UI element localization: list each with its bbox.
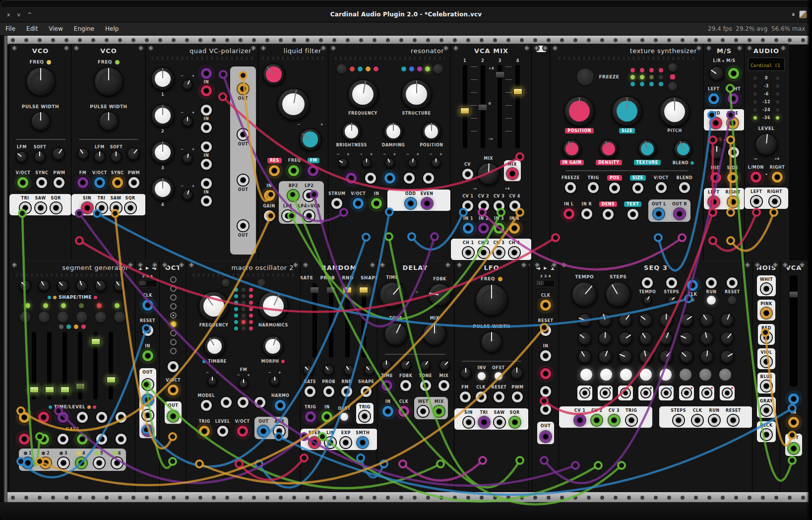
port[interactable]: [706, 277, 717, 288]
v-oct-port[interactable]: [656, 182, 667, 193]
rnd-port[interactable]: [341, 386, 352, 397]
port[interactable]: [201, 159, 212, 170]
knob[interactable]: [510, 367, 523, 380]
slider[interactable]: [790, 275, 798, 387]
out-r-port[interactable]: [674, 208, 685, 219]
knob[interactable]: [598, 313, 612, 327]
knob[interactable]: [77, 148, 89, 160]
l-mon-port[interactable]: [750, 172, 761, 183]
left-port[interactable]: [708, 93, 719, 104]
slider-handle[interactable]: [29, 387, 39, 393]
gate-port-8[interactable]: [723, 389, 732, 397]
port[interactable]: [201, 122, 212, 133]
button[interactable]: [20, 312, 31, 323]
tone-knob[interactable]: [384, 322, 408, 346]
bp2-port[interactable]: [288, 190, 299, 201]
fm-knob[interactable]: [299, 128, 322, 151]
sync-port[interactable]: [112, 177, 123, 188]
rate-port[interactable]: [305, 386, 315, 397]
soft-knob[interactable]: [110, 151, 122, 163]
in-port[interactable]: [371, 198, 382, 209]
wet-port[interactable]: [418, 406, 429, 417]
slider[interactable]: [515, 65, 520, 148]
in-1-port[interactable]: [463, 223, 474, 234]
model-port[interactable]: [201, 400, 212, 411]
knob[interactable]: [598, 331, 612, 345]
knob[interactable]: [571, 281, 597, 307]
port[interactable]: [238, 397, 249, 408]
sin-port[interactable]: [463, 417, 474, 428]
button[interactable]: [95, 312, 106, 323]
soft-knob[interactable]: [34, 151, 46, 163]
pulse-width-knob[interactable]: [31, 111, 51, 131]
port[interactable]: [540, 368, 551, 379]
octave-step-2[interactable]: [170, 285, 177, 292]
slider[interactable]: [329, 283, 333, 358]
knob[interactable]: [52, 147, 65, 160]
density-knob[interactable]: [599, 139, 618, 158]
port[interactable]: [142, 425, 153, 436]
position-knob[interactable]: [422, 122, 441, 141]
cv-4-port[interactable]: [509, 200, 520, 211]
steps-port[interactable]: [673, 415, 684, 426]
slider-handle[interactable]: [513, 88, 522, 95]
dens-port[interactable]: [603, 209, 614, 220]
knob[interactable]: [619, 331, 632, 345]
fdbk-port[interactable]: [400, 380, 411, 391]
slider-handle[interactable]: [91, 338, 100, 345]
slider[interactable]: [345, 283, 350, 358]
port[interactable]: [168, 385, 179, 395]
knob[interactable]: [619, 313, 632, 327]
harmonics-knob[interactable]: [258, 291, 289, 322]
port[interactable]: [728, 68, 739, 79]
in-port[interactable]: [382, 406, 393, 417]
knob[interactable]: [659, 313, 673, 327]
position-knob[interactable]: [564, 96, 595, 127]
button[interactable]: [114, 312, 125, 323]
exp-port[interactable]: [340, 437, 351, 448]
res-knob[interactable]: [262, 63, 285, 86]
port[interactable]: [112, 457, 123, 468]
mode-switch[interactable]: [536, 280, 555, 287]
right-port[interactable]: [728, 93, 739, 104]
knob[interactable]: [381, 360, 392, 371]
knob[interactable]: [127, 147, 140, 160]
knob[interactable]: [680, 331, 693, 345]
mix-port[interactable]: [434, 406, 444, 417]
knob[interactable]: [720, 350, 734, 364]
trig-port[interactable]: [359, 411, 370, 422]
knob[interactable]: [182, 153, 193, 164]
mix-knob[interactable]: [477, 162, 500, 185]
port[interactable]: [254, 397, 265, 408]
knob[interactable]: [578, 313, 592, 327]
in-r-port[interactable]: [581, 208, 592, 219]
knob[interactable]: [709, 145, 724, 160]
freq-knob[interactable]: [475, 283, 508, 316]
octave-step-3[interactable]: [170, 294, 177, 301]
structure-knob[interactable]: [401, 79, 432, 110]
knob[interactable]: [439, 360, 450, 371]
freeze-button[interactable]: [577, 68, 594, 85]
button[interactable]: [668, 63, 677, 72]
port[interactable]: [404, 173, 415, 184]
out-port[interactable]: [238, 175, 249, 186]
port[interactable]: [94, 457, 105, 468]
3-knob[interactable]: [151, 140, 175, 164]
knob[interactable]: [19, 280, 31, 292]
tri-port[interactable]: [479, 417, 490, 428]
slider[interactable]: [362, 283, 366, 358]
port[interactable]: [142, 350, 153, 361]
slider-handle[interactable]: [343, 287, 352, 293]
sqr-port[interactable]: [125, 202, 136, 213]
slider-handle[interactable]: [45, 387, 54, 393]
freq-knob[interactable]: [277, 88, 310, 121]
aux-port[interactable]: [274, 426, 285, 437]
port[interactable]: [687, 280, 698, 291]
port[interactable]: [77, 412, 88, 423]
slider[interactable]: [47, 332, 52, 399]
frequency-knob[interactable]: [198, 291, 229, 322]
port[interactable]: [201, 68, 212, 79]
knob[interactable]: [344, 365, 355, 376]
strum-port[interactable]: [331, 198, 342, 209]
knob[interactable]: [460, 367, 472, 379]
